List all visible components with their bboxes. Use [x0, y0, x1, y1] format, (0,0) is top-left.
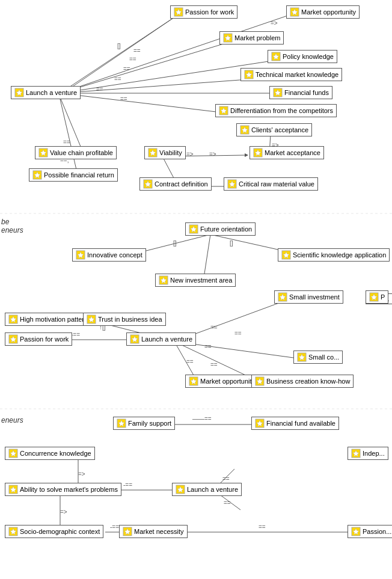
node-label: Family support [128, 420, 171, 427]
node-icon [130, 334, 139, 344]
node-launch-a-venture-1: Launch a venture [11, 86, 81, 99]
node-label: Possible financial return [44, 171, 114, 179]
node-icon [240, 125, 250, 135]
node-icon [297, 352, 307, 362]
node-icon [143, 179, 153, 189]
node-icon [189, 376, 198, 386]
node-icon [159, 275, 168, 285]
node-label: Viability [159, 149, 182, 156]
svg-text:=>: => [60, 509, 67, 515]
node-financial-fund-available: Financial fund available [251, 417, 339, 430]
node-icon [255, 418, 265, 428]
node-market-acceptance: Market acceptance [250, 146, 324, 159]
node-icon [123, 527, 132, 536]
section-label-3: eneurs [1, 416, 23, 424]
node-icon [351, 527, 361, 536]
svg-line-20 [162, 156, 174, 179]
node-label: Market problem [234, 34, 280, 41]
node-label: Technical market knowledge [256, 71, 338, 78]
node-market-problem: Market problem [219, 31, 284, 44]
node-icon [87, 314, 96, 324]
node-icon [148, 148, 158, 158]
node-p-truncated: P [366, 290, 388, 304]
node-icon [281, 250, 291, 260]
svg-line-1 [60, 13, 295, 93]
node-family-support: Family support [113, 417, 175, 430]
svg-text:==: == [234, 330, 242, 337]
node-future-orientation: Future orientation [185, 222, 256, 236]
svg-text:=>: => [209, 151, 216, 158]
node-label: Ability to solve market's problems [20, 486, 118, 493]
node-icon [369, 292, 379, 302]
svg-text:[]: [] [230, 240, 233, 247]
svg-text:==: == [120, 96, 127, 102]
svg-text:==: == [114, 76, 121, 82]
node-socio-demographic: Socio-demographic context [5, 525, 103, 538]
node-high-motivation: High motivation patterns [5, 313, 95, 326]
node-critical-raw-material: Critical raw material value [224, 177, 318, 191]
node-label: Innovative concept [87, 251, 142, 259]
node-label: Financial funds [284, 89, 329, 96]
node-icon [117, 418, 126, 428]
node-label: Value chain profitable [50, 149, 113, 156]
node-contract-definition: Contract definition [139, 177, 212, 191]
svg-text:==: == [224, 500, 231, 506]
node-concurrence-knowledge: Concurrence knowledge [5, 447, 95, 460]
node-label: Market opportunity [200, 378, 255, 385]
node-small-co: Small co... [293, 351, 343, 364]
node-label: New investment area [170, 277, 232, 284]
diagram-container: == == == == == == == ==, => \ => => => [… [0, 0, 392, 579]
node-launch-a-venture-3: Launch a venture [172, 483, 242, 496]
node-launch-a-venture-2: Launch a venture [126, 332, 196, 346]
node-icon [244, 70, 254, 79]
node-icon [174, 7, 183, 17]
svg-line-4 [60, 78, 265, 93]
node-icon [219, 106, 228, 115]
node-trust-in-business-idea: Trust in business idea [83, 313, 166, 326]
node-label: Launch a venture [141, 335, 192, 343]
node-label: Differentiation from the competitors [230, 107, 333, 114]
svg-text:==: == [204, 343, 212, 350]
node-passion-for-work-2: Passion for work [5, 332, 72, 346]
node-icon [273, 88, 283, 97]
node-label: Market acceptance [265, 149, 320, 156]
node-label: Financial fund available [266, 420, 335, 427]
svg-text:——==: ——== [192, 415, 212, 422]
node-label: Concurrence knowledge [20, 450, 91, 457]
node-label: Launch a venture [26, 89, 77, 96]
node-label: High motivation patterns [20, 316, 91, 323]
node-icon [278, 292, 287, 302]
node-differentiation: Differentiation from the competitors [215, 104, 337, 117]
node-label: Passion... [363, 528, 391, 535]
node-icon [8, 449, 18, 458]
node-icon [8, 485, 18, 494]
svg-text:==: == [96, 86, 103, 93]
node-passion-truncated: Passion... [348, 525, 392, 538]
node-innovative-concept: Innovative concept [72, 248, 146, 262]
node-icon [271, 52, 281, 61]
node-indep: Indep... [348, 447, 388, 460]
node-financial-funds: Financial funds [269, 86, 332, 99]
node-icon [223, 33, 233, 43]
svg-text:==: == [133, 47, 141, 54]
svg-line-15 [60, 99, 78, 177]
node-label: Small investment [289, 293, 340, 301]
node-market-necessity: Market necessity [119, 525, 188, 538]
svg-text:==: == [222, 476, 230, 482]
node-label: P [381, 293, 385, 301]
node-passion-for-work-1: Passion for work [170, 5, 237, 19]
node-icon [290, 7, 299, 17]
svg-text:==: == [129, 56, 136, 63]
node-label: Market necessity [134, 528, 184, 535]
svg-line-6 [60, 93, 236, 114]
node-label: Scientific knowledge application [293, 251, 386, 259]
node-label: Contract definition [155, 180, 208, 188]
svg-text:-==: -== [123, 482, 132, 488]
node-label: Market opportunity [301, 8, 356, 16]
svg-text:[]: [] [173, 240, 177, 247]
node-scientific-knowledge: Scientific knowledge application [278, 248, 390, 262]
node-possible-financial-return: Possible financial return [29, 168, 118, 182]
node-label: Indep... [363, 450, 385, 457]
svg-text:==: == [210, 324, 218, 331]
node-label: Passion for work [185, 8, 234, 16]
